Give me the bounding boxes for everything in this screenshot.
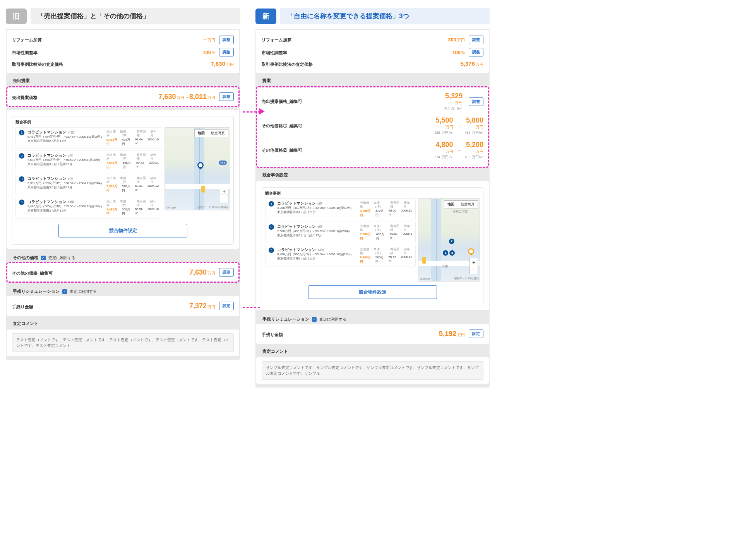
google-logo: Google — [166, 206, 176, 209]
use-in-assessment: 査定に利用する — [70, 289, 97, 294]
zoom-out-button[interactable]: − — [220, 195, 228, 203]
old-comment-card: テスト査定コメントです。テスト査定コメントです。テスト査定コメントです。テスト査… — [7, 330, 239, 356]
comp-config-section: 競合事例設定 — [256, 171, 489, 181]
bullet-icon: 1 — [19, 130, 24, 135]
checkbox-icon[interactable]: ✓ — [312, 317, 317, 322]
adjust-button[interactable]: 調整 — [469, 97, 483, 106]
comp-method-label: 取引事例比較法の査定価格 — [262, 61, 313, 67]
comment-section-label: 査定コメント — [7, 319, 239, 330]
adjust-button[interactable]: 調整 — [219, 92, 234, 101]
section-propose: 提案 — [256, 76, 489, 87]
adjust-button[interactable]: 調整 — [219, 36, 234, 44]
propose-row: その他価格②_編集可4,800万円374 万円/㎡~5,200万円405 万円/… — [262, 139, 483, 164]
old-title: 「売出提案価格」と「その他の価格」 — [31, 8, 240, 24]
map-widget[interactable]: 地図 航空写真 483 + − Google 地図データ 50 m — [164, 127, 230, 210]
competition-config-button[interactable]: 競合物件設定 — [308, 285, 437, 299]
settings-button[interactable]: 設定 — [219, 302, 234, 310]
sim-section-label: 手残りシミュレーション — [262, 316, 309, 322]
competition-item[interactable]: 4コラビットマンション 14階8,480万円（505万円/坪） / 55.56㎡… — [15, 197, 162, 219]
badge-old: 旧 — [6, 9, 27, 24]
badge-new: 新 — [255, 9, 276, 24]
map-pin-1: 1 — [443, 250, 448, 256]
new-comment-card: サンプル査定コメントです。サンプル査定コメントです。サンプル査定コメントです。サ… — [256, 357, 489, 384]
propose-row: 売出提案価格_編集可5,329万円415 万円/㎡調整 — [262, 90, 483, 115]
new-competition-card: 競合事例 1コラビットマンション 6階4,980万円（412万円/坪） / 40… — [256, 181, 489, 310]
map-credit: 地図データ 50 m 利用規約 — [197, 205, 229, 209]
bullet-icon: 2 — [269, 224, 274, 230]
zoom-out-button[interactable]: − — [470, 266, 478, 274]
map-area-label: 港南二丁目 — [452, 210, 468, 214]
section-propose: 売出提案 — [7, 76, 239, 87]
map-credit: 地図データ 利用規約 — [454, 277, 479, 280]
adjust-button[interactable]: 調整 — [469, 36, 483, 44]
sim-amount-label: 手残り金額 — [262, 332, 283, 338]
comment-section-label: 査定コメント — [256, 347, 489, 357]
rate-label: 市場性調整率 — [12, 50, 38, 56]
competition-list: 1コラビットマンション 6階4,980万円（412万円/坪） / 40.00㎡ … — [265, 198, 416, 282]
adjust-button[interactable]: 調整 — [469, 48, 483, 56]
bullet-icon: 2 — [19, 153, 24, 159]
sim-amount-label: 手残り金額 — [12, 304, 33, 310]
use-in-assessment: 査定に利用する — [319, 317, 346, 321]
reform-label: リフォーム加算 — [12, 37, 42, 43]
old-sim-card: 手残り金額 7,372万円 設定 — [7, 296, 239, 316]
competition-item[interactable]: 1コラビットマンション 6階4,980万円（412万円/坪） / 40.00㎡ … — [265, 198, 416, 220]
comp-method-label: 取引事例比較法の査定価格 — [12, 61, 63, 67]
settings-button[interactable]: 設定 — [219, 268, 234, 277]
other-section-label: その他の価格 — [13, 255, 38, 261]
new-title: 「自由に名称を変更できる提案価格」3つ — [280, 8, 490, 24]
pegman-icon[interactable] — [201, 186, 205, 193]
use-in-assessment: 査定に利用する — [48, 256, 75, 260]
map-pin-icon — [467, 247, 476, 256]
settings-button[interactable]: 設定 — [469, 330, 483, 338]
sim-section-label: 手残りシミュレーション — [13, 289, 60, 294]
map-area-label: 港南 — [442, 265, 448, 269]
adjust-button[interactable]: 調整 — [219, 48, 234, 56]
competition-item[interactable]: 2コラビットマンション 5階7,580万円（496万円/坪） / 50.52㎡ … — [15, 150, 162, 172]
new-sim-card: 手残り金額 5,192万円 設定 — [256, 324, 489, 344]
map-tab-map[interactable]: 地図 — [444, 201, 457, 208]
competition-item[interactable]: 2コラビットマンション 5階7,580万円（496万円/坪） / 50.52㎡ … — [265, 222, 416, 243]
bullet-icon: 3 — [19, 176, 24, 182]
zoom-in-button[interactable]: + — [470, 258, 478, 266]
checkbox-icon[interactable]: ✓ — [41, 256, 46, 260]
propose-row: その他価格①_編集可5,500万円428 万円/㎡~5,800万円451 万円/… — [262, 115, 483, 139]
competition-title: 競合事例 — [15, 120, 230, 125]
zoom-in-button[interactable]: + — [220, 187, 228, 195]
bullet-icon: 4 — [19, 200, 24, 205]
comment-text: テスト査定コメントです。テスト査定コメントです。テスト査定コメントです。テスト査… — [12, 333, 234, 352]
zoom-control[interactable]: + − — [220, 187, 228, 203]
arrow-icon — [259, 108, 265, 114]
map-tab-satellite[interactable]: 航空写真 — [208, 130, 228, 137]
map-widget[interactable]: 地図 航空写真 港南二丁目 港南 2 1 3 — [418, 198, 480, 282]
google-logo: Google — [420, 277, 430, 280]
other-price-label: その他の価格_編集可 — [12, 270, 53, 276]
old-propose-price-card: 売出提案価格 7,630万円 ~ 8,011万円 調整 — [7, 87, 239, 107]
rate-label: 市場性調整率 — [262, 50, 287, 56]
new-propose-card: 売出提案価格_編集可5,329万円415 万円/㎡調整その他価格①_編集可5,5… — [256, 87, 489, 167]
competition-item[interactable]: 1コラビットマンション 16階9,480万円（494万円/坪） / 63.44㎡… — [15, 127, 162, 149]
bullet-icon: 1 — [269, 201, 274, 207]
new-summary-card: リフォーム加算 300万円 調整 市場性調整率 100% 調整 取引事例比較法の… — [256, 30, 489, 73]
competition-item[interactable]: 3コラビットマンション 6階5,980万円（328万円/坪） / 60.31㎡ … — [15, 174, 162, 195]
competition-title: 競合事例 — [265, 191, 480, 196]
new-panel: 新 「自由に名称を変更できる提案価格」3つ リフォーム加算 300万円 調整 市… — [255, 8, 490, 388]
propose-price-label: 売出提案価格 — [12, 95, 38, 101]
competition-config-button[interactable]: 競合物件設定 — [58, 224, 187, 237]
old-other-price-card: その他の価格_編集可 7,630万円 設定 — [7, 262, 239, 282]
competition-list: 1コラビットマンション 16階9,480万円（494万円/坪） / 63.44㎡… — [15, 127, 162, 220]
checkbox-icon[interactable]: ✓ — [62, 289, 67, 294]
old-panel: 旧 「売出提案価格」と「その他の価格」 リフォーム加算 --万円 調整 市場性調… — [6, 8, 240, 360]
map-tab-map[interactable]: 地図 — [195, 130, 208, 137]
reform-label: リフォーム加算 — [262, 37, 291, 43]
map-tab-satellite[interactable]: 航空写真 — [457, 201, 478, 208]
old-summary-card: リフォーム加算 --万円 調整 市場性調整率 100% 調整 取引事例比較法の査… — [7, 30, 239, 73]
pegman-icon[interactable] — [422, 257, 426, 264]
bullet-icon: 3 — [269, 248, 274, 253]
route-badge: 483 — [219, 160, 227, 165]
map-pin-3: 3 — [449, 250, 455, 256]
map-pin-2: 2 — [449, 239, 454, 244]
zoom-control[interactable]: + − — [469, 258, 478, 274]
competition-item[interactable]: 3コラビットマンション 14階8,480万円（505万円/坪） / 55.56㎡… — [265, 245, 416, 266]
old-competition-card: 競合事例 1コラビットマンション 16階9,480万円（494万円/坪） / 6… — [7, 110, 239, 249]
